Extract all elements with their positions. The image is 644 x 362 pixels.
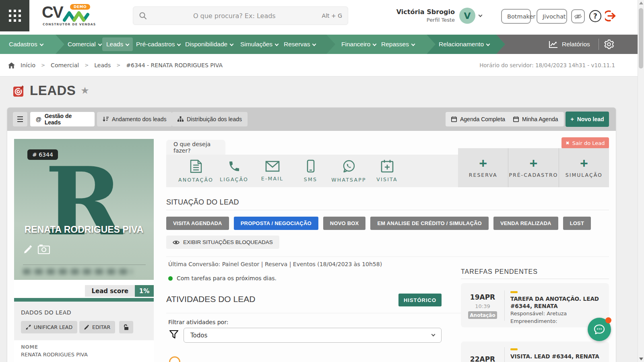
tasks-note: Com tarefas para os próximos dias. bbox=[168, 275, 277, 281]
favorite-star-icon[interactable]: ★ bbox=[80, 85, 89, 96]
logo-text: CV bbox=[42, 3, 63, 21]
badge-venda-realizada[interactable]: VENDA REALIZADA bbox=[493, 217, 558, 230]
edit-pencil-icon[interactable] bbox=[24, 245, 33, 254]
create-reserva[interactable]: + RESERVA bbox=[458, 148, 508, 187]
calendar-icon bbox=[513, 116, 519, 122]
plus-icon: + bbox=[570, 116, 574, 122]
badge-novo-box[interactable]: NOVO BOX bbox=[323, 217, 366, 230]
scroll-up-arrow[interactable] bbox=[639, 2, 643, 4]
action-visita[interactable]: VISITA bbox=[368, 155, 406, 187]
task-card[interactable]: 19APR 10:39 Anotação TAREFA DA ANOTAÇÃO.… bbox=[461, 283, 609, 327]
scroll-down-arrow[interactable] bbox=[639, 358, 643, 360]
user-menu-chevron-icon[interactable] bbox=[479, 13, 483, 17]
create-pre-cadastro[interactable]: + PRÉ-CADASTRO bbox=[508, 148, 558, 187]
botmaker-button[interactable]: Botmaker bbox=[501, 9, 531, 24]
action-ligacao[interactable]: LIGAÇÃO bbox=[215, 155, 253, 187]
nav-item-reservas[interactable]: Reservas bbox=[284, 35, 316, 54]
divider bbox=[504, 290, 505, 321]
exibir-situacoes-bloqueadas-button[interactable]: EXIBIR SITUAÇÕES BLOQUEADAS bbox=[166, 236, 279, 249]
tab-distribuicao-dos-leads[interactable]: Distribuição dos leads bbox=[172, 112, 248, 126]
unificar-lead-button[interactable]: UNIFICAR LEAD bbox=[21, 321, 77, 333]
scrollbar-thumb[interactable] bbox=[639, 8, 643, 68]
nome-value: RENATA RODRIGUES PIVA bbox=[21, 352, 88, 358]
apps-grid-button[interactable] bbox=[0, 0, 29, 31]
logout-icon[interactable] bbox=[605, 10, 617, 22]
action-sms[interactable]: SMS bbox=[291, 155, 330, 187]
historico-button[interactable]: HISTÓRICO bbox=[398, 294, 442, 306]
page-title: LEADS bbox=[30, 83, 76, 98]
sitemap-icon bbox=[178, 116, 184, 122]
sair-do-lead-button[interactable]: ✖ Sair do Lead bbox=[561, 137, 609, 149]
funnel-filter-icon bbox=[169, 330, 179, 340]
badge-proposta-negociacao[interactable]: PROPOSTA / NEGOCIAÇÃO bbox=[234, 217, 318, 230]
lead-score-label: Lead score bbox=[85, 285, 135, 297]
search-input[interactable] bbox=[147, 12, 322, 20]
minha-agenda-button[interactable]: Minha Agenda bbox=[508, 112, 564, 126]
nav-item-comercial[interactable]: Comercial bbox=[68, 35, 101, 54]
badge-analise-credito[interactable]: EM ANALISE DE CRÉDITO / SIMULAÇÃO bbox=[370, 217, 488, 230]
activity-filter-select[interactable]: Todos bbox=[184, 328, 442, 343]
avatar[interactable]: V bbox=[459, 8, 475, 24]
at-icon: @ bbox=[36, 116, 41, 122]
tab-gestao-de-leads[interactable]: @ Gestão de Leads bbox=[30, 112, 95, 126]
nav-item-cadastros[interactable]: Cadastros bbox=[9, 35, 43, 54]
novo-lead-button[interactable]: + Novo lead bbox=[566, 112, 609, 127]
breadcrumb-separator: > bbox=[41, 62, 45, 68]
agenda-completa-button[interactable]: Agenda Completa bbox=[446, 112, 511, 126]
logo-subtitle: CONSTRUTOR DE VENDAS bbox=[43, 23, 96, 26]
camera-icon[interactable] bbox=[38, 244, 50, 254]
home-icon[interactable] bbox=[8, 62, 15, 68]
dados-do-lead-title: DADOS DO LEAD bbox=[21, 309, 71, 316]
divider bbox=[461, 279, 609, 279]
page-title-row: LEADS ★ bbox=[12, 83, 89, 98]
nav-item-leads[interactable]: Leads bbox=[106, 35, 129, 54]
plus-icon: + bbox=[580, 157, 588, 169]
app-canvas: CV DEMO CONSTRUTOR DE VENDAS Alt + G Vic… bbox=[0, 0, 644, 362]
hamburger-menu-button[interactable] bbox=[13, 112, 27, 126]
nav-item-simulacoes[interactable]: Simulações bbox=[240, 35, 278, 54]
eye-slash-button[interactable] bbox=[571, 9, 585, 23]
help-icon[interactable]: ? bbox=[589, 10, 601, 22]
global-search: Alt + G bbox=[133, 6, 348, 25]
breadcrumb-current: #6344 - RENATA RODRIGUES PIVA bbox=[126, 62, 223, 68]
chat-bubble-icon bbox=[593, 324, 605, 335]
badge-lost[interactable]: LOST bbox=[563, 217, 591, 230]
nav-item-repasses[interactable]: Repasses bbox=[381, 35, 415, 54]
badge-visita-agendada[interactable]: VISITA AGENDADA bbox=[166, 217, 229, 230]
breadcrumb-home[interactable]: Início bbox=[21, 62, 35, 68]
action-whatsapp[interactable]: WHATSAPP bbox=[330, 155, 368, 187]
task-date: 19APR bbox=[461, 293, 504, 301]
breadcrumb-leads[interactable]: Leads bbox=[94, 62, 111, 68]
help-glyph: ? bbox=[593, 12, 597, 20]
cv-logo[interactable]: CV DEMO CONSTRUTOR DE VENDAS bbox=[42, 3, 102, 29]
nav-item-relacionamento[interactable]: Relacionamento bbox=[439, 35, 489, 54]
task-responsavel: Responsável: Aretuza bbox=[510, 310, 567, 316]
nav-item-financeiro[interactable]: Financeiro bbox=[341, 35, 376, 54]
action-email[interactable]: E-MAIL bbox=[253, 155, 291, 187]
plus-icon: + bbox=[479, 157, 487, 169]
note-document-icon bbox=[190, 159, 202, 173]
nav-item-disponibilidade[interactable]: Disponibilidade bbox=[185, 35, 233, 54]
task-card[interactable]: 22APR VISITA. LEAD #6344, RENATA bbox=[461, 341, 609, 362]
leads-toolbar: @ Gestão de Leads Andamento dos leads Di… bbox=[7, 108, 616, 131]
lead-data-panel: DADOS DO LEAD UNIFICAR LEAD EDITAR bbox=[14, 302, 154, 340]
create-simulacao[interactable]: + SIMULAÇÃO bbox=[559, 148, 609, 187]
nav-item-relatorios[interactable]: Relatórios bbox=[549, 35, 590, 54]
tab-andamento-dos-leads[interactable]: Andamento dos leads bbox=[97, 112, 172, 126]
lead-nome-block: NOME RENATA RODRIGUES PIVA bbox=[14, 340, 154, 362]
page-scrollbar[interactable] bbox=[638, 0, 644, 362]
phone-icon bbox=[228, 160, 241, 173]
lead-email-blurred bbox=[23, 269, 132, 275]
merge-icon bbox=[26, 325, 31, 330]
action-anotacao[interactable]: ANOTAÇÃO bbox=[177, 155, 215, 187]
editar-button[interactable]: EDITAR bbox=[79, 321, 115, 333]
task-title: TAREFA DA ANOTAÇÃO. LEAD #6344, RENATA bbox=[510, 295, 604, 310]
last-conversion-text: Última Conversão: Painel Gestor | Reserv… bbox=[168, 261, 382, 267]
breadcrumb-comercial[interactable]: Comercial bbox=[51, 62, 79, 68]
unlock-button[interactable] bbox=[119, 321, 133, 333]
nav-item-pre-cadastros[interactable]: Pré-cadastros bbox=[136, 35, 180, 54]
breadcrumb-bar: Início > Comercial > Leads > #6344 - REN… bbox=[0, 54, 638, 77]
jivochat-button[interactable]: Jivochat bbox=[537, 9, 567, 24]
user-info[interactable]: Victória Sbrogio Perfil Teste bbox=[374, 8, 455, 23]
settings-gear-icon[interactable] bbox=[604, 39, 614, 51]
